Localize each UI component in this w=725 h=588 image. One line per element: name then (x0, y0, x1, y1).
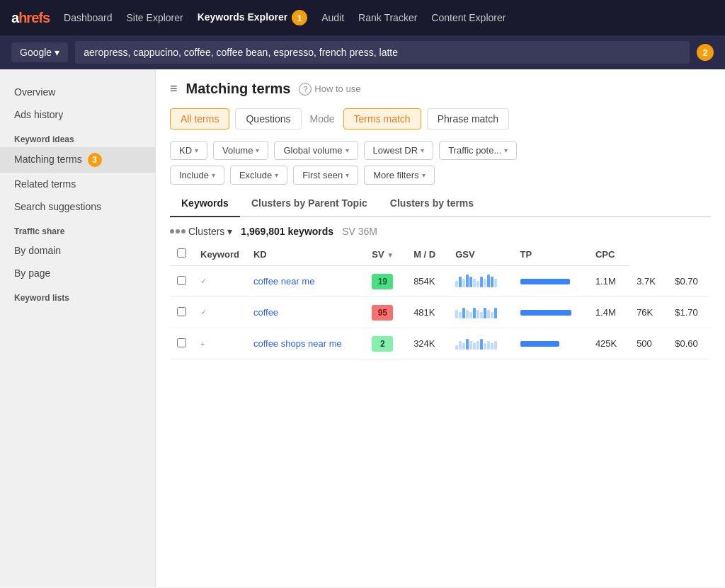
md-sparkline-cell-0 (448, 266, 513, 297)
table-header-row: Keyword KD SV ▼ M / D GSV TP CPC (170, 243, 711, 266)
col-header-kd: KD (246, 243, 365, 266)
col-header-gsv: GSV (448, 243, 513, 266)
row-check-icon-cell: ✓ (193, 297, 246, 328)
filter-exclude[interactable]: Exclude ▾ (230, 166, 287, 185)
traffic-bar-1 (520, 310, 571, 316)
row-checkbox-2[interactable] (177, 338, 186, 347)
filter-kd[interactable]: KD ▾ (170, 141, 207, 160)
filter-include[interactable]: Include ▾ (170, 166, 224, 185)
engine-selector[interactable]: Google ▾ (11, 42, 68, 62)
md-sparkline-cell-2 (448, 328, 513, 359)
row-check-icon-cell: + (193, 328, 246, 359)
nav-content-explorer[interactable]: Content Explorer (431, 9, 506, 26)
sidebar-section-keyword-ideas: Keyword ideas (0, 126, 155, 147)
kd-badge-0: 19 (372, 274, 393, 289)
hamburger-icon[interactable]: ≡ (170, 81, 178, 96)
kd-cell-1: 95 (365, 297, 406, 328)
kd-cell-0: 19 (365, 266, 406, 297)
sidebar-item-by-page[interactable]: By page (0, 262, 155, 284)
row-checkbox-0[interactable] (177, 276, 186, 285)
col-header-cpc: CPC (588, 243, 629, 266)
tab-terms-match[interactable]: Terms match (343, 108, 421, 129)
keyword-link-2[interactable]: coffee shops near me (253, 338, 342, 349)
filter-more-filters[interactable]: More filters ▾ (364, 166, 434, 185)
mode-label: Mode (307, 113, 338, 125)
search-bar: Google ▾ 2 (0, 35, 725, 69)
cpc-cell-1: $1.70 (668, 297, 711, 328)
row-checkbox-cell[interactable] (170, 297, 193, 328)
sidebar-item-ads-history[interactable]: Ads history (0, 103, 155, 126)
chevron-down-icon: ▾ (421, 146, 424, 154)
how-to-use-link[interactable]: ? How to use (299, 83, 360, 96)
gsv-cell-0: 1.1M (588, 266, 629, 297)
chevron-down-icon: ▾ (227, 226, 232, 237)
keyword-link-0[interactable]: coffee near me (253, 276, 314, 287)
sidebar-item-search-suggestions[interactable]: Search suggestions (0, 195, 155, 218)
traffic-bar-0 (520, 279, 570, 284)
keyword-cell-2: coffee shops near me (246, 328, 365, 359)
clusters-icon (170, 229, 185, 234)
filter-row-1: KD ▾ Volume ▾ Global volume ▾ Lowest DR … (170, 141, 711, 160)
traffic-bar-cell-2 (513, 328, 588, 359)
clusters-button[interactable]: Clusters ▾ (170, 226, 232, 237)
select-all-checkbox[interactable] (177, 248, 186, 258)
table-meta: Clusters ▾ 1,969,801 keywords SV 36M (170, 217, 711, 243)
cpc-cell-2: $0.60 (668, 328, 711, 359)
sparkline-2 (455, 335, 497, 350)
nav-site-explorer[interactable]: Site Explorer (127, 9, 183, 26)
sort-arrow-icon: ▼ (387, 251, 394, 259)
logo[interactable]: ahrefs (11, 10, 50, 26)
kd-badge-1: 95 (372, 305, 393, 321)
nav-keywords-explorer[interactable]: Keywords Explorer 1 (198, 7, 308, 28)
table-row: ✓ coffee near me 19 854K 1.1M 3.7K $0.70 (170, 266, 711, 297)
sidebar-item-overview[interactable]: Overview (0, 81, 155, 103)
table-tab-clusters-terms[interactable]: Clusters by terms (379, 190, 485, 217)
nav-badge-1: 1 (292, 10, 307, 25)
select-all-checkbox-header[interactable] (170, 243, 193, 266)
sv-cell-2: 324K (406, 328, 448, 359)
sidebar-item-related-terms[interactable]: Related terms (0, 173, 155, 195)
row-checkbox-cell[interactable] (170, 328, 193, 359)
row-checkbox-cell[interactable] (170, 266, 193, 297)
traffic-bar-wrap-2 (520, 341, 581, 347)
tab-all-terms[interactable]: All terms (170, 108, 229, 129)
table-tab-clusters-parent[interactable]: Clusters by Parent Topic (240, 190, 379, 217)
sv-cell-0: 854K (406, 266, 448, 297)
main-layout: Overview Ads history Keyword ideas Match… (0, 69, 725, 587)
sidebar-item-matching-terms[interactable]: Matching terms 3 (0, 147, 155, 173)
traffic-bar-2 (520, 341, 559, 347)
sidebar-item-by-domain[interactable]: By domain (0, 239, 155, 262)
chevron-down-icon: ▾ (346, 171, 349, 179)
chevron-down-icon: ▾ (212, 171, 215, 179)
col-header-sv[interactable]: SV ▼ (365, 243, 406, 266)
chevron-down-icon: ▾ (55, 47, 59, 58)
chevron-down-icon: ▾ (346, 146, 349, 154)
help-circle-icon: ? (299, 83, 312, 96)
tp-cell-0: 3.7K (629, 266, 668, 297)
traffic-bar-wrap-0 (520, 279, 581, 284)
nav-rank-tracker[interactable]: Rank Tracker (358, 9, 417, 26)
traffic-bar-cell-0 (513, 266, 588, 297)
content-area: ≡ Matching terms ? How to use All terms … (156, 69, 725, 587)
sv-count: SV 36M (342, 226, 377, 237)
row-checkbox-1[interactable] (177, 307, 186, 316)
filter-first-seen[interactable]: First seen ▾ (293, 166, 358, 185)
chevron-down-icon: ▾ (504, 146, 508, 154)
search-input[interactable] (75, 41, 690, 64)
col-header-keyword: Keyword (193, 243, 246, 266)
keyword-link-1[interactable]: coffee (253, 307, 278, 318)
filter-global-volume[interactable]: Global volume ▾ (274, 141, 358, 160)
nav-audit[interactable]: Audit (321, 9, 344, 26)
filter-volume[interactable]: Volume ▾ (213, 141, 268, 160)
tab-questions[interactable]: Questions (235, 108, 301, 129)
table-tab-keywords[interactable]: Keywords (170, 190, 240, 217)
chevron-down-icon: ▾ (195, 146, 198, 154)
filter-lowest-dr[interactable]: Lowest DR ▾ (364, 141, 434, 160)
md-sparkline-cell-1 (448, 297, 513, 328)
nav-dashboard[interactable]: Dashboard (64, 9, 113, 26)
table-row: + coffee shops near me 2 324K 425K 500 $… (170, 328, 711, 359)
tab-phrase-match[interactable]: Phrase match (427, 108, 509, 129)
gsv-cell-1: 1.4M (588, 297, 629, 328)
traffic-bar-wrap-1 (520, 310, 581, 316)
filter-traffic-potential[interactable]: Traffic pote... ▾ (439, 141, 517, 160)
